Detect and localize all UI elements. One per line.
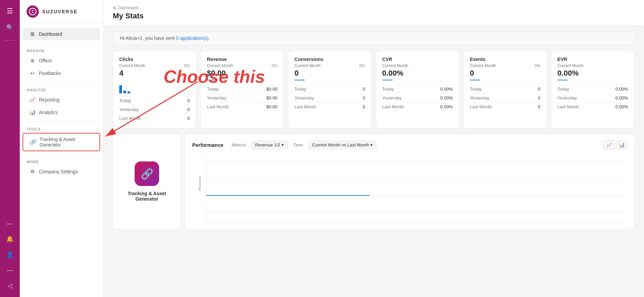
analytics-icon: 📊 — [29, 109, 35, 115]
dashboard-icon: ⊞ — [29, 31, 35, 37]
stat-row-val: 0 — [187, 98, 190, 103]
stat-row-label: Last Month — [119, 116, 141, 121]
stat-period-events: Current Month — [470, 63, 496, 68]
time-value: Current Month vs Last Month — [312, 142, 369, 147]
stat-card-header-revenue: Revenue — [207, 57, 277, 62]
metrics-select[interactable]: Revenue 1/2 ▾ — [251, 141, 288, 149]
page-title: My Stats — [113, 12, 634, 20]
stat-row-label: Yesterday — [207, 95, 226, 100]
sidebar-item-analytics[interactable]: 📊 Analytics — [22, 106, 100, 119]
tool-icon: 🔗 — [141, 168, 153, 180]
stat-period-clicks: Current Month — [119, 63, 145, 68]
stat-row-val: 0.00% — [615, 95, 628, 100]
stat-row-label: Today — [294, 87, 306, 92]
performance-title: Performance — [192, 142, 224, 148]
sidebar-item-company-settings[interactable]: ⚙ Company Settings — [22, 166, 100, 178]
divider-icon: — — [3, 217, 16, 231]
sidebar: SUZUVERSE ⊞ Dashboard MANAGE ⊕ Offers ↩ … — [20, 0, 103, 297]
stat-card-cvr: CVR Current Month 0.00% Today 0.00% Yest… — [376, 51, 459, 128]
nav-strip: ☰ 🔍 — 🔔 👤 — ◁ — [0, 0, 20, 297]
tracking-generator-icon: 🔗 — [30, 139, 36, 145]
stat-row-conversions-last-month: Last Month 0 — [294, 102, 365, 111]
postbacks-icon: ↩ — [29, 70, 35, 76]
stat-value-events: 0 — [470, 69, 540, 78]
collapse-icon[interactable]: ◁ — [4, 279, 16, 293]
sidebar-divider-1 — [27, 43, 96, 43]
user-icon[interactable]: 👤 — [3, 248, 17, 262]
stat-period-conversions: Current Month — [294, 63, 321, 68]
stat-row-val: 0.00% — [440, 95, 453, 100]
hamburger-menu[interactable]: ☰ — [4, 4, 16, 18]
stat-row-revenue-yesterday: Yesterday $0.00 — [207, 93, 277, 102]
sidebar-nav: ⊞ Dashboard MANAGE ⊕ Offers ↩ Postbacks … — [20, 24, 103, 297]
search-icon[interactable]: 🔍 — [3, 20, 17, 35]
tools-section-label: TOOLS — [20, 124, 103, 132]
bar-chart-button[interactable]: 📊 — [616, 140, 627, 149]
sidebar-item-reporting[interactable]: 📈 Reporting — [22, 94, 100, 106]
stat-value-evr: 0.00% — [557, 69, 628, 78]
sidebar-item-dashboard[interactable]: ⊞ Dashboard — [22, 28, 100, 40]
logo-icon — [27, 5, 39, 18]
stat-pct-clicks: 0% — [184, 63, 190, 68]
chart-type-buttons: 📈 📊 — [603, 140, 627, 149]
stat-card-header-conversions: Conversions — [294, 57, 365, 62]
stat-title-events: Events — [470, 57, 486, 62]
stat-row-clicks-today: Today 0 — [119, 96, 190, 105]
stat-card-header-evr: EVR — [557, 57, 628, 62]
stat-row-revenue-last-month: Last Month $0.00 — [207, 102, 277, 111]
stat-row-label: Last Month — [382, 104, 404, 109]
stat-row-evr-yesterday: Yesterday 0.00% — [557, 93, 628, 102]
metrics-chevron: ▾ — [281, 142, 284, 147]
bell-icon[interactable]: 🔔 — [3, 232, 17, 246]
time-chevron: ▾ — [370, 142, 373, 147]
stat-bar-conversions — [294, 80, 305, 80]
tool-card[interactable]: 🔗 Tracking & Asset Generator — [113, 134, 181, 229]
sidebar-item-offers[interactable]: ⊕ Offers — [22, 54, 100, 67]
stat-bar-revenue — [207, 80, 217, 80]
stat-card-header-events: Events — [470, 57, 540, 62]
stat-value-clicks: 4 — [119, 69, 190, 78]
metrics-value: Revenue 1/2 — [255, 142, 280, 147]
stat-row-val: 0 — [187, 107, 190, 112]
main-header: ⊞ Dashboard My Stats — [103, 0, 644, 26]
stat-row-evr-today: Today 0.00% — [557, 84, 628, 93]
sidebar-divider-4 — [27, 154, 96, 154]
stat-value-conversions: 0 — [294, 69, 365, 78]
stat-row-events-today: Today 0 — [470, 84, 540, 93]
sidebar-item-company-settings-label: Company Settings — [39, 169, 78, 174]
stat-row-val: 0 — [187, 116, 190, 121]
stat-row-label: Today — [557, 87, 569, 92]
stat-row-val: 0 — [538, 87, 540, 92]
stat-row-clicks-last-month: Last Month 0 — [119, 114, 190, 123]
sidebar-item-postbacks[interactable]: ↩ Postbacks — [22, 67, 100, 79]
stat-period-row-conversions: Current Month 0% — [294, 63, 365, 68]
stat-card-conversions: Conversions Current Month 0% 0 Today 0 Y… — [288, 51, 371, 128]
stat-row-label: Yesterday — [294, 95, 314, 100]
stat-row-label: Yesterday — [382, 95, 402, 100]
banner-text-prefix: Hi Alicia+2, you have sent — [120, 35, 176, 41]
sidebar-item-analytics-label: Analytics — [39, 110, 58, 115]
stat-row-label: Yesterday — [557, 95, 577, 100]
stat-row-conversions-today: Today 0 — [294, 84, 365, 93]
stat-title-cvr: CVR — [382, 57, 393, 62]
sidebar-divider-3 — [27, 121, 96, 122]
stat-row-label: Yesterday — [119, 107, 139, 112]
y-axis-label: Revenue — [198, 176, 202, 191]
svg-point-0 — [29, 8, 36, 15]
time-select[interactable]: Current Month vs Last Month ▾ — [308, 141, 377, 149]
manage-section-label: MANAGE — [20, 46, 103, 54]
sidebar-item-tracking-generator[interactable]: 🔗 Tracking & Asset Generator — [22, 133, 100, 151]
stat-row-label: Today — [382, 87, 394, 92]
stat-period-row-revenue: Current Month 0% — [207, 63, 277, 68]
performance-header: Performance Metrics Revenue 1/2 ▾ Time C… — [192, 140, 627, 149]
stat-card-events: Events Current Month 0% 0 Today 0 Yester… — [463, 51, 547, 128]
nav-divider — [5, 40, 15, 41]
stat-card-revenue: Revenue Current Month 0% $0.00 Today $0.… — [200, 51, 284, 128]
welcome-banner: Hi Alicia+2, you have sent 0 application… — [113, 31, 634, 45]
stat-row-label: Last Month — [207, 104, 229, 109]
stat-bar-evr — [557, 80, 568, 80]
stat-card-header-cvr: CVR — [382, 57, 453, 62]
banner-link[interactable]: 0 application(s). — [176, 35, 210, 41]
line-chart-button[interactable]: 📈 — [603, 140, 615, 149]
main-content: ⊞ Dashboard My Stats Hi Alicia+2, you ha… — [103, 0, 644, 297]
